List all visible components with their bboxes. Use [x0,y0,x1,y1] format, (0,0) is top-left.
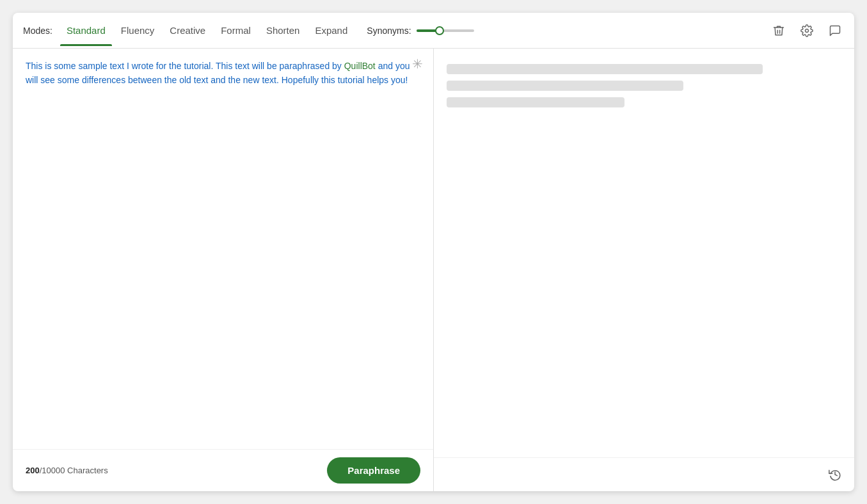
left-footer: 200/10000 Characters Paraphrase [13,449,433,491]
toolbar-right [770,22,844,40]
content-area: This is some sample text I wrote for the… [13,49,854,491]
placeholder-lines [447,64,841,107]
mode-formal[interactable]: Formal [214,21,257,40]
placeholder-line-2 [447,81,683,91]
toolbar: Modes: Standard Fluency Creative Formal … [13,13,854,49]
mode-fluency[interactable]: Fluency [115,21,161,40]
synonyms-slider[interactable] [417,29,474,32]
char-current: 200 [26,466,40,475]
delete-button[interactable] [770,22,788,40]
slider-thumb[interactable] [435,26,444,35]
mode-expand[interactable]: Expand [308,21,354,40]
char-max: 10000 [42,466,65,475]
gear-icon [800,24,813,37]
trash-icon [772,24,785,37]
svg-point-0 [806,29,809,32]
paraphrase-button[interactable]: Paraphrase [327,457,420,484]
char-count: 200/10000 Characters [26,466,108,475]
left-panel: This is some sample text I wrote for the… [13,49,434,491]
right-content [434,49,854,457]
comment-button[interactable] [826,22,844,40]
synonyms-label: Synonyms: [367,26,411,36]
placeholder-line-3 [447,97,624,107]
highlighted-text-green: QuillBot [344,61,376,71]
mode-standard[interactable]: Standard [60,21,112,40]
snowflake-icon[interactable]: ✳ [412,56,423,72]
right-footer [434,457,854,491]
settings-button[interactable] [798,22,816,40]
input-text[interactable]: This is some sample text I wrote for the… [26,59,420,88]
char-label: Characters [67,466,108,475]
mode-shorten[interactable]: Shorten [260,21,306,40]
history-icon [829,468,841,481]
highlighted-text-blue: This is some sample text I wrote for the… [26,61,344,71]
placeholder-line-1 [447,64,763,74]
main-container: Modes: Standard Fluency Creative Formal … [13,13,854,491]
history-button[interactable] [826,466,844,484]
comment-icon [829,24,841,37]
synonyms-section: Synonyms: [367,26,473,36]
modes-label: Modes: [23,26,52,36]
mode-creative[interactable]: Creative [163,21,212,40]
input-area[interactable]: This is some sample text I wrote for the… [13,49,433,449]
right-panel [434,49,854,491]
